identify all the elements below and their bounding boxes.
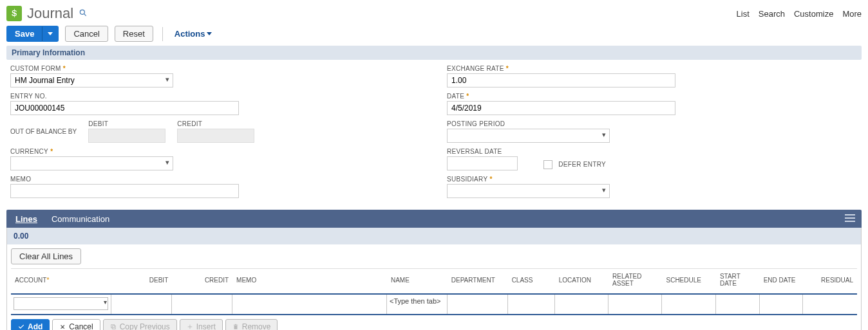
save-button[interactable]: Save (6, 26, 42, 42)
label-exchange-rate: EXCHANGE RATE (447, 65, 858, 72)
svg-rect-3 (845, 217, 855, 219)
top-links: List Search Customize More (737, 9, 862, 19)
clear-all-lines-button[interactable]: Clear All Lines (11, 248, 81, 264)
copy-previous-label: Copy Previous (120, 322, 170, 330)
posting-period-input[interactable] (447, 129, 610, 143)
label-credit: CREDIT (177, 120, 254, 127)
field-exchange-rate: EXCHANGE RATE (447, 65, 858, 87)
lines-panel: 0.00 Clear All Lines ACCOUNT DEBIT CREDI… (6, 228, 862, 330)
search-icon[interactable] (79, 8, 88, 19)
currency-input[interactable] (10, 156, 173, 170)
grid-row: <Type then tab> (11, 294, 857, 315)
actions-label: Actions (175, 29, 205, 39)
date-input[interactable] (447, 101, 675, 115)
label-defer-entry: DEFER ENTRY (558, 161, 606, 168)
page-title: Journal (27, 5, 73, 22)
col-name: NAME (387, 269, 448, 295)
cancel-line-button[interactable]: Cancel (52, 319, 100, 330)
col-memo: MEMO (232, 269, 387, 295)
col-location: LOCATION (555, 269, 609, 295)
remove-line-button[interactable]: Remove (225, 319, 278, 330)
actions-menu[interactable]: Actions (175, 29, 212, 39)
defer-entry-checkbox[interactable] (543, 160, 552, 169)
field-entry-no: ENTRY NO. (10, 93, 421, 115)
label-subsidiary: SUBSIDIARY (447, 176, 858, 183)
cell-start-date[interactable] (716, 295, 760, 314)
dollar-icon (6, 6, 22, 21)
cell-debit[interactable] (111, 295, 172, 314)
close-icon (59, 324, 66, 330)
cell-end-date[interactable] (760, 295, 804, 314)
chevron-down-icon (48, 32, 53, 35)
col-schedule: SCHEDULE (662, 269, 715, 295)
defer-entry-group: DEFER ENTRY (543, 160, 606, 170)
currency-select[interactable] (10, 156, 173, 170)
reset-button[interactable]: Reset (115, 26, 153, 42)
link-search[interactable]: Search (759, 9, 785, 19)
credit-readonly (177, 129, 254, 143)
cell-account[interactable] (11, 295, 111, 314)
toolbar: Save Cancel Reset Actions (6, 26, 862, 42)
debit-readonly (88, 129, 165, 143)
cell-location[interactable] (555, 295, 609, 314)
add-label: Add (28, 322, 42, 330)
custom-form-select[interactable] (10, 73, 173, 87)
col-residual: RESIDUAL (803, 269, 857, 295)
cell-credit[interactable] (172, 295, 232, 314)
col-credit: CREDIT (172, 269, 232, 295)
custom-form-input[interactable] (10, 73, 173, 87)
cell-residual[interactable] (803, 295, 857, 314)
col-related-asset: RELATED ASSET (609, 269, 662, 295)
col-debit: DEBIT (111, 269, 172, 295)
chevron-down-icon (207, 32, 212, 35)
memo-input[interactable] (10, 184, 239, 198)
tab-communication[interactable]: Communication (52, 210, 109, 228)
posting-period-select[interactable] (447, 129, 610, 143)
label-posting-period: POSTING PERIOD (447, 120, 858, 127)
trash-icon (232, 324, 239, 330)
tab-lines[interactable]: Lines (15, 210, 37, 228)
form-grid: CUSTOM FORM ENTRY NO. OUT OF BALANCE BY … (6, 65, 862, 210)
link-more[interactable]: More (842, 9, 862, 19)
form-col-left: CUSTOM FORM ENTRY NO. OUT OF BALANCE BY … (10, 65, 421, 203)
save-dropdown[interactable] (42, 26, 59, 42)
add-line-button[interactable]: Add (11, 319, 50, 330)
subsidiary-input[interactable] (447, 184, 610, 198)
toolbar-divider (162, 27, 163, 41)
cell-name[interactable]: <Type then tab> (387, 295, 448, 314)
cell-department[interactable] (448, 295, 508, 314)
subsidiary-select[interactable] (447, 184, 610, 198)
label-reversal-date: REVERSAL DATE (447, 148, 518, 155)
cell-related-asset[interactable] (609, 295, 662, 314)
link-list[interactable]: List (737, 9, 750, 19)
svg-rect-5 (111, 325, 114, 328)
lines-grid: ACCOUNT DEBIT CREDIT MEMO NAME DEPARTMEN… (11, 268, 857, 315)
exchange-rate-input[interactable] (447, 73, 675, 87)
cell-schedule[interactable] (662, 295, 715, 314)
reversal-date-input[interactable] (447, 156, 518, 170)
account-input[interactable] (14, 297, 108, 310)
section-primary-info: Primary Information (6, 46, 862, 60)
cell-memo[interactable] (232, 295, 387, 314)
entry-no-input[interactable] (10, 101, 239, 115)
save-button-group: Save (6, 26, 59, 42)
label-debit: DEBIT (88, 120, 165, 127)
field-reversal-row: REVERSAL DATE DEFER ENTRY (447, 148, 858, 170)
cancel-button[interactable]: Cancel (65, 26, 108, 42)
svg-rect-6 (112, 325, 115, 329)
tab-bar: Lines Communication (6, 210, 862, 228)
link-customize[interactable]: Customize (794, 9, 833, 19)
col-class: CLASS (508, 269, 555, 295)
cell-class[interactable] (508, 295, 555, 314)
field-subsidiary: SUBSIDIARY (447, 176, 858, 198)
label-custom-form: CUSTOM FORM (10, 65, 421, 72)
svg-point-0 (80, 10, 84, 14)
insert-label: Insert (196, 322, 216, 330)
copy-previous-button[interactable]: Copy Previous (103, 319, 177, 330)
plus-icon (187, 324, 193, 330)
remove-label: Remove (242, 322, 271, 330)
tab-menu-icon[interactable] (838, 213, 862, 225)
field-custom-form: CUSTOM FORM (10, 65, 421, 87)
insert-line-button[interactable]: Insert (180, 319, 223, 330)
form-col-right: EXCHANGE RATE DATE POSTING PERIOD REVERS… (447, 65, 858, 203)
